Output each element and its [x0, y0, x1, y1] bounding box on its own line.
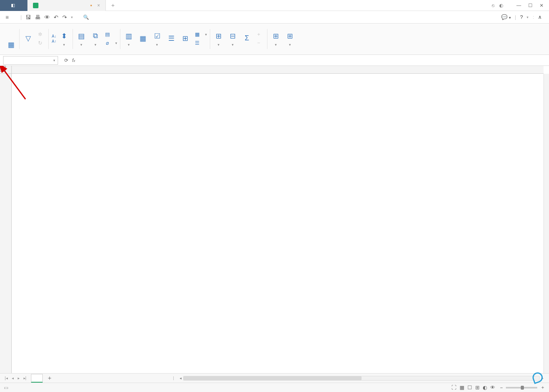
ribbon: ▦ ▽ ✲ ↻ A↓ A↑ ⬍ ▤ ⧉ ▤ ⌀ ▥ ▦ ☑ ☰ ⊞ ▦ ☰ ⊞ — [0, 24, 549, 55]
consolidate-button[interactable]: ⊞ — [180, 33, 191, 44]
user-avatar-icon[interactable]: ◐ — [499, 3, 503, 8]
sort-button[interactable]: ⬍ — [59, 31, 70, 47]
ungroup-button[interactable]: ⊟ — [227, 31, 238, 47]
autofilter-button[interactable]: ▽ — [23, 33, 34, 44]
tab-close-icon[interactable]: × — [97, 3, 100, 8]
unsaved-dot-icon: • — [90, 2, 92, 9]
sheet-tab[interactable] — [31, 374, 43, 383]
reading-view-icon[interactable]: ⊞ — [474, 385, 481, 390]
hscroll-left-icon[interactable]: ◂ — [178, 376, 183, 380]
text-to-columns-button[interactable]: ▥ — [124, 31, 135, 47]
pivot-table-button[interactable]: ▦ — [5, 40, 16, 51]
status-bar: ▭ ⛶ ▦ ☐ ⊞ ◐ 👁 − ＋ — [0, 383, 549, 392]
command-search[interactable]: 🔍 — [83, 15, 122, 20]
normal-view-icon[interactable]: ▦ — [458, 385, 466, 390]
spreadsheet-grid[interactable]: ▾ — [0, 66, 549, 373]
refresh-icon[interactable]: ⟳ — [64, 58, 68, 63]
skin-icon[interactable]: ⎋ — [492, 3, 494, 8]
titlebar-right: ⎋ ◐ — ☐ ✕ — [484, 3, 549, 8]
sheet-nav-prev-icon[interactable]: ◂ — [12, 376, 14, 380]
window-minimize-icon[interactable]: — — [516, 3, 521, 8]
cells-area[interactable] — [12, 74, 544, 373]
data-compare-button[interactable]: ⧉ — [90, 31, 101, 47]
collapse-ribbon-icon[interactable]: ∧ — [538, 14, 542, 20]
titlebar: ◧ • × ＋ ⎋ ◐ — ☐ ✕ — [0, 0, 549, 11]
row-headers[interactable] — [0, 74, 12, 373]
sheet-nav-last-icon[interactable]: ▸| — [24, 376, 27, 380]
undo-icon[interactable]: ↶ — [54, 14, 58, 20]
redo-icon[interactable]: ↷ — [62, 14, 67, 20]
zoom-in-icon[interactable]: ＋ — [540, 384, 545, 391]
validation-button[interactable]: ☑ — [152, 31, 163, 47]
flash-fill-button[interactable]: ▦ — [138, 33, 149, 44]
wps-brand: ◧ — [0, 0, 27, 11]
menubar: ≡ | 🖫 🖶 👁 ↶ ↷ ▾ 🔍 💬 ▾ | ? ▾ : ∧ — [0, 11, 549, 24]
formula-input[interactable] — [82, 56, 549, 65]
merge-table-button[interactable]: ⊞ — [285, 31, 296, 47]
name-box[interactable]: ▾ — [3, 56, 58, 65]
command-search-input[interactable] — [91, 15, 122, 20]
sheet-nav-first-icon[interactable]: |◂ — [5, 376, 8, 380]
eye-protect-icon[interactable]: ◐ — [481, 385, 489, 390]
whatif-button[interactable]: ▦ — [194, 31, 207, 38]
horizontal-scrollbar[interactable]: ⎸ ◂ ▸ — [172, 376, 545, 381]
wps-logo-icon: ◧ — [11, 3, 15, 8]
watermark — [533, 372, 545, 383]
status-indicator-icon[interactable]: ▭ — [4, 385, 8, 390]
spreadsheet-file-icon — [33, 3, 38, 8]
sort-asc-icon[interactable]: A↓ — [52, 34, 56, 38]
split-table-button[interactable]: ⊞ — [271, 31, 282, 47]
view-mode-icon[interactable]: 👁 — [489, 385, 497, 390]
print-icon[interactable]: 🖶 — [35, 14, 40, 20]
highlight-dup-button[interactable]: ▤ — [76, 31, 87, 47]
fullscreen-view-icon[interactable]: ⛶ — [450, 385, 458, 390]
insert-dropdown-button[interactable]: ☰ — [166, 33, 177, 44]
window-maximize-icon[interactable]: ☐ — [528, 3, 533, 8]
search-icon: 🔍 — [83, 15, 89, 20]
zoom-out-icon[interactable]: − — [500, 385, 503, 390]
vertical-scrollbar[interactable] — [544, 74, 549, 373]
help-icon[interactable]: ? — [520, 14, 523, 20]
reapply-button[interactable]: ↻ — [37, 39, 45, 47]
save-icon[interactable]: 🖫 — [25, 14, 31, 20]
sheet-tab-bar: |◂ ◂ ▸ ▸| ＋ ⎸ ◂ ▸ — [0, 373, 549, 383]
form-button[interactable]: ☰ — [194, 39, 203, 47]
hscroll-split-icon[interactable]: ⎸ — [172, 376, 178, 381]
sheet-nav-next-icon[interactable]: ▸ — [18, 376, 20, 380]
fx-icon[interactable]: fx — [72, 58, 75, 63]
formula-bar: ▾ ⟳ fx — [0, 55, 549, 66]
cell-dropdown-button[interactable]: ▾ — [0, 66, 6, 72]
qat-dropdown-icon[interactable]: ▾ — [71, 15, 73, 19]
group-button[interactable]: ⊞ — [213, 31, 224, 47]
subtotal-button[interactable]: Σ — [242, 33, 253, 44]
print-preview-icon[interactable]: 👁 — [44, 14, 50, 20]
name-box-dropdown-icon[interactable]: ▾ — [53, 58, 55, 62]
add-sheet-button[interactable]: ＋ — [43, 374, 56, 382]
show-detail-button[interactable]: + — [256, 31, 264, 38]
quick-access-toolbar: 🖫 🖶 👁 ↶ ↷ ▾ — [22, 14, 76, 20]
window-close-icon[interactable]: ✕ — [540, 3, 544, 8]
hide-detail-button[interactable]: − — [256, 39, 264, 47]
reject-dup-button[interactable]: ⌀ — [104, 39, 117, 47]
column-headers[interactable] — [12, 66, 544, 74]
show-all-button[interactable]: ✲ — [37, 31, 45, 38]
watermark-logo-icon — [531, 371, 544, 384]
hamburger-icon[interactable]: ≡ — [3, 14, 11, 20]
new-tab-button[interactable]: ＋ — [106, 2, 120, 9]
help-dropdown-icon[interactable]: ▾ — [527, 15, 529, 19]
remove-dup-button[interactable]: ▤ — [104, 31, 113, 38]
sort-desc-icon[interactable]: A↑ — [52, 39, 56, 44]
document-tab[interactable]: • × — [27, 0, 106, 11]
zoom-slider[interactable] — [506, 387, 537, 388]
pagebreak-view-icon[interactable]: ☐ — [466, 385, 474, 390]
annotate-button[interactable]: 💬 ▾ — [501, 14, 511, 20]
